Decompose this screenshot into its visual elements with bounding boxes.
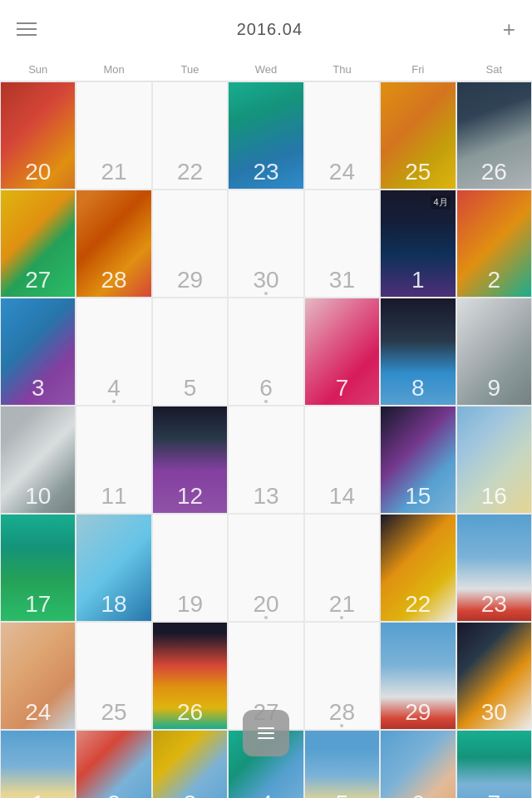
day-number: 3 [184, 792, 197, 798]
day-cell[interactable]: 18 [76, 514, 151, 622]
day-cell[interactable]: 22 [380, 514, 456, 622]
day-number: 30 [481, 701, 507, 724]
day-cell[interactable]: 25 [76, 622, 151, 730]
day-cell[interactable]: 26 [152, 622, 228, 730]
day-cell[interactable]: 12 [152, 406, 228, 514]
day-cell[interactable]: 7 [304, 298, 380, 406]
day-cell[interactable]: 10 [0, 406, 76, 514]
day-cell[interactable]: 6 [380, 730, 456, 798]
day-cell[interactable]: 29 [152, 190, 228, 298]
day-cell[interactable]: 3 [152, 730, 228, 798]
day-number: 5 [336, 792, 349, 798]
event-dot [264, 400, 268, 403]
day-cell[interactable]: 24 [0, 622, 76, 730]
day-cell[interactable]: 2 [456, 190, 532, 298]
menu-button[interactable] [17, 22, 37, 36]
day-label-tue: Tue [152, 58, 228, 81]
day-cell[interactable]: 7 [456, 730, 532, 798]
day-cell[interactable]: 29 [380, 622, 456, 730]
day-cell[interactable]: 15 [380, 406, 456, 514]
day-number: 1 [32, 792, 45, 798]
day-number: 2 [487, 268, 500, 292]
event-dot [264, 616, 268, 619]
day-number: 19 [177, 593, 203, 616]
day-number: 17 [25, 593, 51, 616]
day-cell[interactable]: 30 [228, 190, 303, 298]
day-number: 18 [101, 593, 127, 616]
day-number: 27 [25, 268, 51, 292]
day-cell[interactable]: 31 [304, 190, 380, 298]
day-cell[interactable]: 24 [304, 81, 380, 190]
day-cell[interactable]: 28 [304, 622, 380, 730]
day-number: 2 [107, 792, 121, 798]
app-header: 2016.04 + [0, 0, 532, 58]
day-cell[interactable]: 14 [304, 406, 380, 514]
day-number: 7 [487, 792, 500, 798]
day-cell[interactable]: 4 [76, 298, 151, 406]
day-number: 14 [329, 485, 355, 508]
calendar-grid: 2021222324252627282930314月12345678910111… [0, 81, 532, 798]
day-cell[interactable]: 22 [152, 81, 228, 190]
day-number: 29 [177, 268, 203, 292]
event-dot [340, 616, 343, 619]
day-cell[interactable]: 4月1 [380, 190, 456, 298]
day-label-sun: Sun [0, 58, 76, 81]
day-number: 12 [177, 485, 203, 508]
day-cell[interactable]: 27 [0, 190, 76, 298]
day-number: 21 [101, 160, 127, 184]
day-cell[interactable]: 19 [152, 514, 228, 622]
day-number: 6 [259, 377, 273, 400]
day-number: 1 [411, 268, 425, 292]
day-number: 5 [184, 377, 197, 400]
floating-menu-button[interactable] [243, 710, 289, 756]
day-number: 3 [32, 377, 45, 400]
day-cell[interactable]: 13 [228, 406, 303, 514]
day-number: 4 [107, 377, 121, 400]
day-number: 25 [101, 701, 127, 724]
day-number: 22 [177, 160, 203, 184]
day-cell[interactable]: 30 [456, 622, 532, 730]
day-number: 25 [405, 160, 431, 184]
day-cell[interactable]: 21 [76, 81, 151, 190]
day-cell[interactable]: 17 [0, 514, 76, 622]
day-label-thu: Thu [304, 58, 380, 81]
day-label-fri: Fri [380, 58, 456, 81]
day-cell[interactable]: 26 [456, 81, 532, 190]
day-cell[interactable]: 11 [76, 406, 151, 514]
day-cell[interactable]: 21 [304, 514, 380, 622]
day-number: 11 [101, 485, 127, 508]
day-cell[interactable]: 2 [76, 730, 151, 798]
day-number: 20 [253, 593, 278, 616]
day-cell[interactable]: 16 [456, 406, 532, 514]
day-number: 22 [405, 593, 431, 616]
day-number: 15 [405, 485, 431, 508]
day-cell[interactable]: 23 [228, 81, 303, 190]
day-number: 29 [405, 701, 431, 724]
day-cell[interactable]: 1 [0, 730, 76, 798]
event-dot [112, 400, 116, 403]
day-cell[interactable]: 5 [304, 730, 380, 798]
day-cell[interactable]: 6 [228, 298, 303, 406]
day-cell[interactable]: 8 [380, 298, 456, 406]
day-number: 26 [177, 701, 203, 724]
day-label-wed: Wed [228, 58, 303, 81]
day-cell[interactable]: 5 [152, 298, 228, 406]
day-cell[interactable]: 3 [0, 298, 76, 406]
day-number: 9 [487, 377, 500, 400]
day-number: 26 [481, 160, 507, 184]
day-number: 4 [259, 792, 273, 798]
day-number: 6 [411, 792, 425, 798]
day-cell[interactable]: 25 [380, 81, 456, 190]
day-number: 31 [329, 268, 355, 292]
day-cell[interactable]: 28 [76, 190, 151, 298]
day-number: 13 [253, 485, 278, 508]
day-number: 23 [253, 160, 278, 184]
add-button[interactable]: + [503, 18, 515, 40]
day-number: 21 [329, 593, 355, 616]
day-cell[interactable]: 20 [228, 514, 303, 622]
day-labels-row: SunMonTueWedThuFriSat [0, 58, 532, 81]
day-cell[interactable]: 20 [0, 81, 76, 190]
day-cell[interactable]: 23 [456, 514, 532, 622]
day-number: 8 [411, 377, 425, 400]
day-cell[interactable]: 9 [456, 298, 532, 406]
